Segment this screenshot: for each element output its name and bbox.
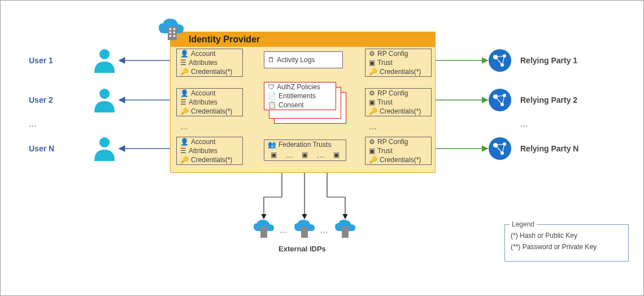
gear-icon: ⚙ [369, 50, 375, 58]
credentials-label: Credentials(*) [191, 68, 232, 76]
rp-credentials-label: Credentials(*) [380, 156, 421, 164]
key-icon: 🔑 [369, 107, 377, 115]
diagram-frame: User 1 User 2 … User N Identity Provider… [0, 0, 644, 296]
account-card: 👤Account ☰Attributes 🔑Credentials(*) [176, 88, 243, 116]
activity-logs-card: 🗒Activity Logs [264, 51, 343, 68]
account-label: Account [191, 89, 215, 97]
svg-rect-17 [169, 35, 171, 37]
relying-party-icon [488, 88, 512, 112]
external-idp-icon [334, 219, 356, 239]
fed-ellipsis: … [316, 150, 325, 159]
cube-icon: ▣ [302, 151, 308, 159]
user-icon [92, 135, 117, 162]
activity-logs-label: Activity Logs [277, 56, 315, 64]
attributes-icon: ☰ [180, 59, 186, 67]
rp-config-card: ⚙RP Config ▣Trust 🔑Credentials(*) [365, 88, 432, 116]
account-icon: 👤 [180, 50, 189, 58]
svg-rect-12 [168, 27, 177, 40]
user-label-n: User N [29, 144, 54, 153]
rp-credentials-label: Credentials(*) [380, 68, 421, 76]
idp-title-bar: Identity Provider [171, 32, 435, 47]
attributes-icon: ☰ [180, 98, 186, 106]
cube-icon: ▣ [369, 147, 375, 155]
fed-ellipsis: … [285, 150, 294, 159]
rp-credentials-label: Credentials(*) [380, 107, 421, 115]
rp-trust-label: Trust [377, 59, 393, 67]
legend-box: Legend (*) Hash or Public Key (**) Passw… [504, 224, 629, 262]
users-ellipsis: … [29, 119, 37, 128]
key-icon: 🔑 [369, 68, 377, 76]
relying-party-icon [488, 48, 512, 73]
svg-point-19 [489, 49, 511, 72]
relying-party-icon [488, 136, 512, 161]
rp-trust-label: Trust [377, 98, 393, 106]
cube-icon: ▣ [369, 59, 375, 67]
legend-star: (*) Hash or Public Key [511, 232, 623, 240]
idp-title: Identity Provider [189, 34, 260, 45]
user-icon [92, 86, 117, 114]
rp-config-label: RP Config [377, 89, 408, 97]
log-icon: 🗒 [268, 56, 275, 64]
external-idp-ellipsis: … [320, 225, 329, 234]
svg-rect-15 [169, 32, 171, 33]
consent-icon: 📋 [268, 101, 276, 109]
key-icon: 🔑 [180, 68, 189, 76]
svg-point-10 [99, 89, 110, 99]
svg-rect-31 [260, 227, 267, 238]
svg-point-27 [489, 137, 511, 160]
external-idp-icon [293, 219, 316, 239]
user-label-2: User 2 [29, 95, 53, 105]
authz-card: 🛡AuthZ Policies 📄Entitlements 📋Consent [264, 82, 336, 110]
federation-icon: 👥 [268, 141, 276, 149]
account-icon: 👤 [180, 138, 189, 146]
relying-party-label: Relying Party 1 [520, 56, 577, 65]
account-ellipsis: … [180, 122, 189, 131]
entitlements-label: Entitlements [279, 92, 316, 100]
legend-title: Legend [510, 220, 537, 228]
svg-rect-18 [173, 35, 175, 37]
shield-icon: 🛡 [268, 83, 275, 91]
relying-party-label: Relying Party N [520, 144, 578, 153]
svg-point-23 [489, 89, 511, 111]
account-label: Account [191, 50, 215, 58]
account-card: 👤Account ☰Attributes 🔑Credentials(*) [176, 137, 243, 165]
cube-icon: ▣ [271, 151, 277, 159]
attributes-icon: ☰ [180, 147, 186, 155]
rp-config-card: ⚙RP Config ▣Trust 🔑Credentials(*) [365, 49, 432, 77]
rp-config-label: RP Config [377, 50, 408, 58]
relying-party-ellipsis: … [520, 119, 529, 128]
gear-icon: ⚙ [369, 89, 375, 97]
attributes-label: Attributes [189, 98, 217, 106]
attributes-label: Attributes [189, 147, 217, 155]
relying-party-label: Relying Party 2 [520, 95, 577, 105]
key-icon: 🔑 [369, 156, 377, 164]
external-idp-ellipsis: … [280, 225, 288, 234]
attributes-label: Attributes [189, 59, 217, 67]
cube-icon: ▣ [333, 151, 340, 159]
svg-point-11 [99, 137, 110, 147]
rp-config-card: ⚙RP Config ▣Trust 🔑Credentials(*) [365, 137, 432, 165]
federation-trusts-card: 👥Federation Trusts ▣… ▣… ▣ [264, 140, 346, 161]
cube-icon: ▣ [369, 98, 375, 106]
entitlements-icon: 📄 [268, 92, 276, 100]
svg-rect-16 [173, 32, 175, 33]
svg-rect-14 [173, 28, 175, 30]
rp-config-ellipsis: … [369, 122, 377, 131]
rp-trust-label: Trust [377, 147, 393, 155]
cloud-building-icon [156, 16, 188, 43]
credentials-label: Credentials(*) [191, 107, 232, 115]
rp-config-label: RP Config [377, 138, 408, 146]
credentials-label: Credentials(*) [191, 156, 232, 164]
user-label-1: User 1 [29, 56, 53, 65]
legend-dstar: (**) Password or Private Key [511, 243, 623, 251]
svg-point-9 [99, 49, 110, 59]
svg-rect-32 [301, 227, 308, 238]
account-card: 👤Account ☰Attributes 🔑Credentials(*) [176, 49, 243, 77]
external-idps-label: External IDPs [279, 245, 326, 253]
gear-icon: ⚙ [369, 138, 375, 146]
account-label: Account [191, 138, 215, 146]
authz-policies-label: AuthZ Policies [277, 83, 320, 91]
svg-rect-13 [169, 28, 171, 30]
key-icon: 🔑 [180, 156, 189, 164]
federation-trusts-label: Federation Trusts [279, 141, 331, 149]
